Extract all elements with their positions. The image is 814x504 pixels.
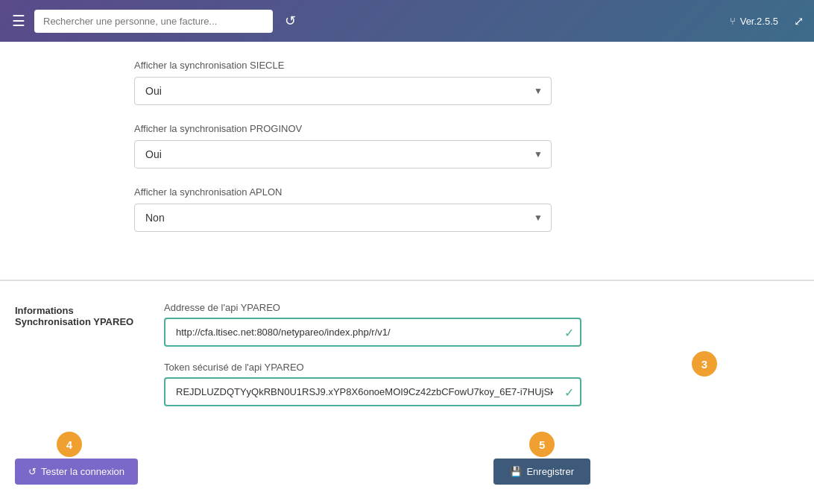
proginov-group: Afficher la synchronisation PROGINOV Oui… bbox=[134, 123, 680, 168]
aplon-label: Afficher la synchronisation APLON bbox=[134, 186, 680, 198]
ypareo-section-label: Informations Synchronisation YPAREO bbox=[15, 302, 134, 421]
refresh-icon: ↺ bbox=[28, 466, 37, 477]
bottom-actions: 4 ↺ Tester la connexion 5 💾 Enregistrer bbox=[0, 451, 814, 500]
menu-icon[interactable]: ☰ bbox=[12, 12, 25, 30]
expand-icon[interactable]: ⤢ bbox=[794, 14, 804, 28]
token-input[interactable] bbox=[164, 377, 581, 406]
siecle-label: Afficher la synchronisation SIECLE bbox=[134, 60, 680, 71]
check-icon: ✓ bbox=[564, 385, 574, 399]
history-icon[interactable]: ↺ bbox=[285, 13, 296, 29]
test-button-wrap: 4 ↺ Tester la connexion bbox=[15, 459, 138, 485]
proginov-select-wrapper: Oui Non ▼ bbox=[134, 140, 552, 168]
token-label: Token sécurisé de l'api YPAREO bbox=[164, 362, 680, 373]
save-button-wrap: 5 💾 Enregistrer bbox=[493, 459, 590, 485]
ypareo-section: Informations Synchronisation YPAREO Addr… bbox=[0, 281, 814, 451]
test-connection-button[interactable]: ↺ Tester la connexion bbox=[15, 459, 138, 485]
proginov-label: Afficher la synchronisation PROGINOV bbox=[134, 123, 680, 134]
callout-5: 5 bbox=[529, 432, 555, 457]
version-label: ⑂ Ver.2.5.5 bbox=[730, 16, 778, 27]
ypareo-fields: Addresse de l'api YPAREO ✓ Token sécuris… bbox=[164, 302, 680, 421]
token-group: Token sécurisé de l'api YPAREO ✓ 3 bbox=[164, 362, 680, 406]
top-section: Afficher la synchronisation SIECLE Oui N… bbox=[0, 42, 814, 281]
api-address-group: Addresse de l'api YPAREO ✓ bbox=[164, 302, 680, 347]
api-address-input[interactable] bbox=[164, 318, 581, 347]
aplon-select[interactable]: Oui Non bbox=[134, 204, 552, 232]
siecle-select[interactable]: Oui Non bbox=[134, 77, 552, 105]
siecle-select-wrapper: Oui Non ▼ bbox=[134, 77, 552, 105]
callout-3: 3 bbox=[692, 351, 717, 377]
callout-4: 4 bbox=[57, 432, 82, 457]
header: ☰ ↺ ⑂ Ver.2.5.5 ⤢ bbox=[0, 0, 814, 42]
version-icon: ⑂ bbox=[730, 16, 736, 27]
aplon-select-wrapper: Oui Non ▼ bbox=[134, 204, 552, 232]
check-icon: ✓ bbox=[564, 325, 574, 339]
save-button[interactable]: 💾 Enregistrer bbox=[493, 459, 590, 485]
api-address-label: Addresse de l'api YPAREO bbox=[164, 302, 680, 313]
save-icon: 💾 bbox=[510, 466, 522, 477]
search-input[interactable] bbox=[34, 10, 273, 33]
main-content: Afficher la synchronisation SIECLE Oui N… bbox=[0, 42, 814, 504]
aplon-group: Afficher la synchronisation APLON Oui No… bbox=[134, 186, 680, 232]
token-input-wrapper: ✓ bbox=[164, 377, 581, 406]
proginov-select[interactable]: Oui Non bbox=[134, 140, 552, 168]
siecle-group: Afficher la synchronisation SIECLE Oui N… bbox=[134, 60, 680, 105]
api-address-input-wrapper: ✓ bbox=[164, 318, 581, 347]
